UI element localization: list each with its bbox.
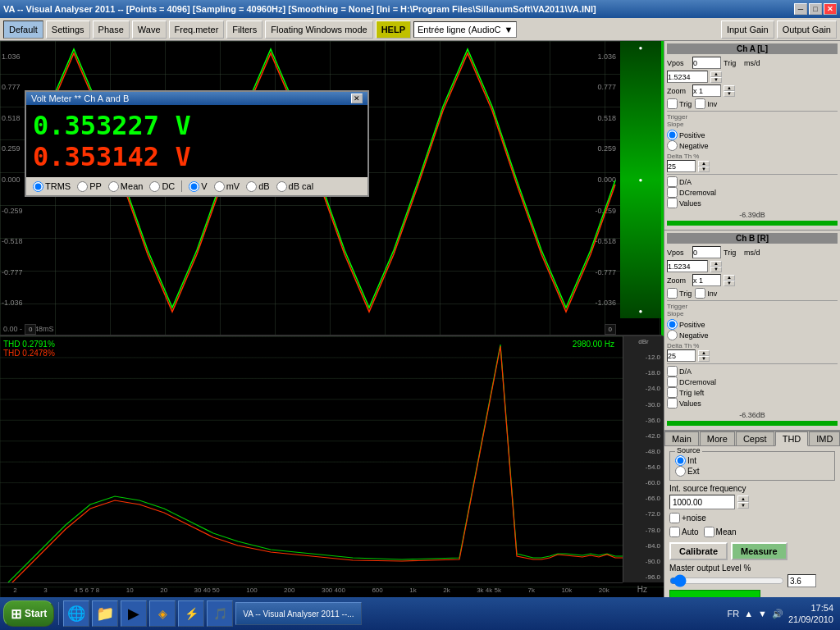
zoom-down-b[interactable]: ▼: [724, 281, 735, 286]
dc-radio[interactable]: [149, 181, 160, 192]
int-radio-label[interactable]: Int: [675, 455, 829, 466]
inv-checkbox-a[interactable]: [695, 98, 705, 109]
zoom-input-b[interactable]: [692, 274, 721, 286]
v-radio-label[interactable]: V: [189, 181, 207, 192]
noise-checkbox-label[interactable]: +noise: [669, 513, 706, 523]
mean-radio[interactable]: [108, 181, 119, 192]
trig-checkbox-a[interactable]: [667, 98, 678, 109]
level-value[interactable]: [788, 574, 816, 587]
default-button[interactable]: Default: [3, 21, 43, 39]
input-selector[interactable]: Entrée ligne (AudioC ▼: [413, 21, 517, 38]
delta-down-a[interactable]: ▼: [698, 167, 710, 172]
va-taskbar-item[interactable]: VA -- Visual Analyser 2011 --...: [235, 602, 361, 625]
calibrate-button[interactable]: Calibrate: [669, 542, 728, 560]
pp-radio[interactable]: [77, 181, 88, 192]
tab-imd[interactable]: IMD: [809, 431, 840, 445]
positive-radio-a[interactable]: [667, 130, 678, 140]
mean-checkbox-label[interactable]: Mean: [704, 527, 737, 537]
inv-checkbox-a-label[interactable]: Inv: [695, 98, 717, 109]
da-checkbox-a-label[interactable]: D/A: [667, 176, 838, 187]
dbcal-radio-label[interactable]: dB cal: [276, 181, 314, 192]
taskbar-icon-app3[interactable]: 🎵: [207, 600, 233, 627]
trms-radio[interactable]: [33, 181, 43, 192]
volt-meter-close-button[interactable]: ✕: [351, 94, 363, 103]
dcremoval-checkbox-b[interactable]: [667, 377, 678, 387]
floating-windows-button[interactable]: Floating Windows mode: [265, 21, 372, 39]
zoom-up-a[interactable]: ▲: [724, 85, 735, 91]
trms-radio-label[interactable]: TRMS: [33, 181, 71, 192]
v-radio[interactable]: [189, 181, 199, 192]
close-button[interactable]: ✕: [824, 3, 837, 15]
db-radio[interactable]: [246, 181, 257, 192]
tab-thd[interactable]: THD: [775, 431, 809, 446]
level-slider[interactable]: [669, 575, 784, 587]
dc-radio-label[interactable]: DC: [149, 181, 175, 192]
values-checkbox-b-label[interactable]: Values: [667, 398, 838, 409]
negative-radio-b[interactable]: [667, 330, 678, 340]
vpos-up-b[interactable]: ▲: [710, 261, 722, 267]
delta-input-a[interactable]: [667, 160, 696, 172]
taskbar-icon-folder[interactable]: 📁: [92, 600, 118, 627]
freq-up[interactable]: ▲: [737, 495, 749, 502]
wave-button[interactable]: Wave: [132, 21, 167, 39]
da-checkbox-b-label[interactable]: D/A: [667, 366, 838, 377]
da-checkbox-b[interactable]: [667, 366, 678, 377]
vpos-down-b[interactable]: ▼: [710, 267, 722, 272]
zoom-up-b[interactable]: ▲: [724, 275, 735, 281]
phase-button[interactable]: Phase: [93, 21, 130, 39]
vpos-input-b[interactable]: [692, 246, 721, 258]
inv-checkbox-b[interactable]: [695, 288, 705, 299]
mean-radio-label[interactable]: Mean: [108, 181, 144, 192]
filters-button[interactable]: Filters: [226, 21, 262, 39]
vpos-up-a[interactable]: ▲: [710, 71, 722, 77]
int-radio[interactable]: [675, 455, 686, 466]
db-radio-label[interactable]: dB: [246, 181, 269, 192]
delta-input-b[interactable]: [667, 349, 696, 362]
delta-up-a[interactable]: ▲: [698, 161, 710, 167]
positive-radio-a-label[interactable]: Positive: [667, 130, 838, 140]
trigieft-checkbox-b[interactable]: [667, 387, 678, 398]
start-button[interactable]: ⊞ Start: [3, 600, 54, 627]
auto-checkbox[interactable]: [669, 527, 680, 537]
values-checkbox-b[interactable]: [667, 398, 678, 409]
zoom-input-a[interactable]: [692, 84, 721, 97]
mv-radio-label[interactable]: mV: [214, 181, 240, 192]
mv-radio[interactable]: [214, 181, 225, 192]
delta-up-b[interactable]: ▲: [698, 350, 710, 356]
freq-down[interactable]: ▼: [737, 502, 749, 509]
vpos-value-b[interactable]: [667, 260, 708, 272]
vpos-down-a[interactable]: ▼: [710, 77, 722, 83]
dcremoval-checkbox-a[interactable]: [667, 187, 678, 198]
taskbar-icon-app2[interactable]: ⚡: [178, 600, 204, 627]
positive-radio-b[interactable]: [667, 319, 678, 330]
values-checkbox-a[interactable]: [667, 198, 678, 208]
tab-main[interactable]: Main: [664, 431, 699, 445]
input-gain-button[interactable]: Input Gain: [721, 21, 774, 39]
auto-checkbox-label[interactable]: Auto: [669, 527, 699, 537]
taskbar-icon-ie[interactable]: 🌐: [63, 600, 89, 627]
trig-checkbox-a-label[interactable]: Trig: [667, 98, 692, 109]
tab-cepst[interactable]: Cepst: [736, 431, 774, 445]
help-button[interactable]: HELP: [376, 21, 411, 39]
vpos-input-a[interactable]: [692, 57, 721, 69]
tab-more[interactable]: More: [700, 431, 735, 445]
inv-checkbox-b-label[interactable]: Inv: [695, 288, 717, 299]
positive-radio-b-label[interactable]: Positive: [667, 319, 838, 330]
freq-meter-button[interactable]: Freq.meter: [169, 21, 225, 39]
dbcal-radio[interactable]: [276, 181, 287, 192]
trigieft-checkbox-b-label[interactable]: Trig Ieft: [667, 387, 838, 398]
negative-radio-b-label[interactable]: Negative: [667, 330, 838, 340]
maximize-button[interactable]: □: [809, 3, 822, 15]
pp-radio-label[interactable]: PP: [77, 181, 102, 192]
vpos-value-a[interactable]: [667, 71, 708, 83]
ext-radio-label[interactable]: Ext: [675, 466, 829, 477]
dcremoval-checkbox-b-label[interactable]: DCremoval: [667, 377, 838, 387]
mean-checkbox[interactable]: [704, 527, 714, 537]
noise-checkbox[interactable]: [669, 513, 680, 523]
delta-down-b[interactable]: ▼: [698, 356, 710, 362]
minimize-button[interactable]: ─: [794, 3, 807, 15]
freq-input[interactable]: [669, 495, 735, 509]
dcremoval-checkbox-a-label[interactable]: DCremoval: [667, 187, 838, 198]
measure-button[interactable]: Measure: [731, 542, 788, 560]
taskbar-icon-app1[interactable]: ◈: [149, 600, 176, 627]
